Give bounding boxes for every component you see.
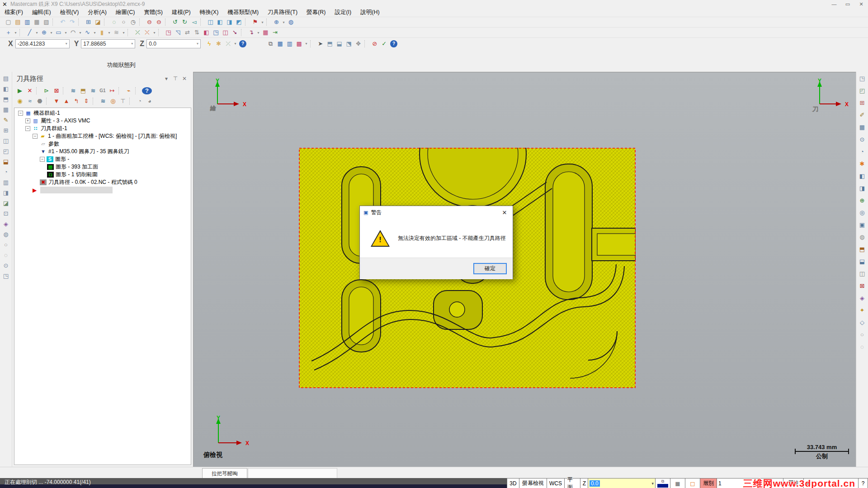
left-toolbar-icon-17[interactable]: ○ [4,242,8,248]
left-toolbar-icon-18[interactable]: ◌ [4,252,8,258]
xform-scale-icon[interactable]: ◧ [202,28,211,37]
unselect-all-icon[interactable]: ✕ [25,86,35,95]
right-toolbar-icon-17[interactable]: ◫ [859,271,865,277]
xform-translate-icon[interactable]: ◳ [164,28,173,37]
x-coordinate-input[interactable]: -208.41283 ▾ [15,39,70,48]
globe-icon[interactable]: ⊕ [272,18,281,27]
print-icon[interactable]: ▦ [32,18,42,27]
tree-node-machine-group-1[interactable]: −▦機器群組-1 [14,109,191,117]
right-toolbar-icon-16[interactable]: ⬓ [859,258,865,265]
collapse-icon[interactable]: − [18,111,23,116]
new-file-icon[interactable]: ▢ [4,18,13,27]
menu-item-7[interactable]: 建模(P) [167,9,195,16]
left-toolbar-icon-19[interactable]: ⊙ [4,263,9,269]
maximize-button[interactable]: ▭ [841,1,854,7]
graphics-viewport[interactable]: Y X 繪 Y X 刀 Y [193,72,856,467]
rotate-view-icon[interactable]: ↻ [180,18,189,27]
scroll-insert-icon[interactable]: ⇕ [81,97,91,106]
collapse-icon[interactable]: − [33,134,38,139]
dropdown-arrow-icon[interactable]: ▾ [256,31,261,35]
selected-blank-row[interactable] [40,187,113,193]
highfeed-icon[interactable]: ⌁ [124,86,134,95]
right-toolbar-icon-19[interactable]: ◈ [860,295,864,301]
right-toolbar-icon-23[interactable]: ◌ [860,344,864,350]
tree-node-geometry-1-cut-boundary[interactable]: ◘圖形 - 1 切削範圍 [14,171,191,178]
panel-pin-icon[interactable]: ⊤ [171,75,180,82]
menu-item-10[interactable]: 刀具路徑(T) [263,9,302,16]
open-file-icon[interactable]: ▤ [13,18,23,27]
left-toolbar-icon-16[interactable]: ◍ [3,231,8,238]
status-3d-button[interactable]: 3D [507,478,519,488]
warning-dialog-titlebar[interactable]: ▣ 警告 ✕ [360,206,513,219]
create-point-icon[interactable]: ＋ [4,28,13,37]
close-button[interactable]: ✕ [854,1,868,7]
insert-position-arrow-icon[interactable]: ▶ [33,187,37,193]
status-z-combo[interactable]: 0.0 ▾ [588,478,656,488]
menu-item-13[interactable]: 說明(H) [356,9,384,16]
dotted-grid-icon[interactable]: ▩ [294,39,304,48]
zoom-out-icon[interactable]: ⊖ [154,18,164,27]
dropdown-arrow-icon[interactable]: ▾ [107,31,112,35]
left-toolbar-icon-6[interactable]: ⊞ [4,127,9,134]
pan-view-icon[interactable]: ◨ [225,18,234,27]
chain-select-icon[interactable]: ◎ [108,97,118,106]
clipboard-icon[interactable]: ⧉ [266,39,275,48]
ok-check-icon[interactable]: ✓ [379,39,389,48]
toolpath-display-icon[interactable]: ≈ [25,97,35,106]
dynamic-rotate-icon[interactable]: ↺ [170,18,180,27]
collapse-icon[interactable]: − [25,126,30,131]
window-zoom-icon[interactable]: ◧ [215,18,225,27]
nesting-icon[interactable]: ↴ [246,28,256,37]
shade-mode-2-icon[interactable]: ⬓ [335,39,344,48]
select-toolpath-icon[interactable]: ≋ [98,97,108,106]
right-toolbar-icon-9[interactable]: ◧ [859,173,865,179]
dropdown-arrow-icon[interactable]: ▾ [233,42,238,46]
dropdown-arrow-icon[interactable]: ▾ [281,20,286,24]
stats-icon[interactable]: ◕ [145,97,155,106]
y-dropdown-icon[interactable]: ▾ [131,42,133,46]
left-toolbar-icon-14[interactable]: ⊡ [4,211,9,217]
redo-icon[interactable]: ↷ [67,18,77,27]
dropdown-arrow-icon[interactable]: ▾ [92,31,97,35]
z-coordinate-input[interactable]: 0.0 ▾ [146,39,201,48]
tpost-icon[interactable]: ⊤ [118,97,128,106]
xform-stretch-icon[interactable]: ➘ [230,28,240,37]
menu-item-12[interactable]: 設定(I) [330,9,356,16]
break-icon[interactable]: ⤬ [142,28,152,37]
y-coordinate-input[interactable]: 17.88685 ▾ [81,39,135,48]
collapse-icon[interactable]: − [40,157,45,162]
left-toolbar-icon-20[interactable]: ◳ [3,273,9,279]
create-cylinder-icon[interactable]: ▮ [97,28,107,37]
tree-node-parameters[interactable]: ▱參數 [14,140,191,148]
left-toolbar-icon-15[interactable]: ◈ [4,221,8,227]
undo-icon[interactable]: ↶ [58,18,67,27]
panel-help-icon[interactable]: ? [142,87,152,94]
hourglass-icon[interactable]: ◔ [135,97,145,106]
move-hand-icon[interactable]: ✥ [354,39,363,48]
menu-item-4[interactable]: 分析(A) [83,9,111,16]
shade-mode-3-icon[interactable]: ⬔ [344,39,354,48]
delete-entities-icon[interactable]: ⊞ [84,18,93,27]
right-toolbar-icon-3[interactable]: ⊞ [860,100,865,106]
right-toolbar-icon-1[interactable]: ◳ [859,75,865,82]
tree-node-properties-3-axis-vmc[interactable]: +▥屬性 - 3 - AXIS VMC [14,117,191,125]
status-shaded-cube-button[interactable]: ◼ [670,478,685,488]
grid-icon[interactable]: ▦ [261,28,270,37]
x-dropdown-icon[interactable]: ▾ [66,42,67,46]
verify-icon[interactable]: ⬒ [78,86,88,95]
autocursor-settings-icon[interactable]: ✱ [214,39,223,48]
minimize-button[interactable]: — [827,1,841,7]
save-icon[interactable]: ▥ [23,18,32,27]
menu-item-9[interactable]: 機器類型(M) [223,9,263,16]
unblank-entity-icon[interactable]: ○ [119,18,128,27]
clear-selection-icon[interactable]: ⤫ [223,39,233,48]
previous-view-icon[interactable]: ◩ [234,18,244,27]
create-surface-icon[interactable]: ≋ [112,28,121,37]
right-toolbar-icon-18[interactable]: ⊠ [860,283,865,289]
zoom-target-icon[interactable]: ⊖ [145,18,154,27]
tree-node-geometry-393-surfaces[interactable]: ▦圖形 - 393 加工面 [14,163,191,171]
menu-item-6[interactable]: 實體(S) [139,9,167,16]
menu-item-1[interactable]: 檔案(F) [0,9,28,16]
tree-node-operation-1-surface-rough-pocket[interactable]: −▰1 - 曲面粗加工挖槽 - [WCS: 俯檢視] - [刀具面: 俯檢視] [14,132,191,140]
tree-node-toolpath-file-02nc[interactable]: ✖刀具路徑 - 0.0K - 02.NC - 程式號碼 0 [14,178,191,186]
